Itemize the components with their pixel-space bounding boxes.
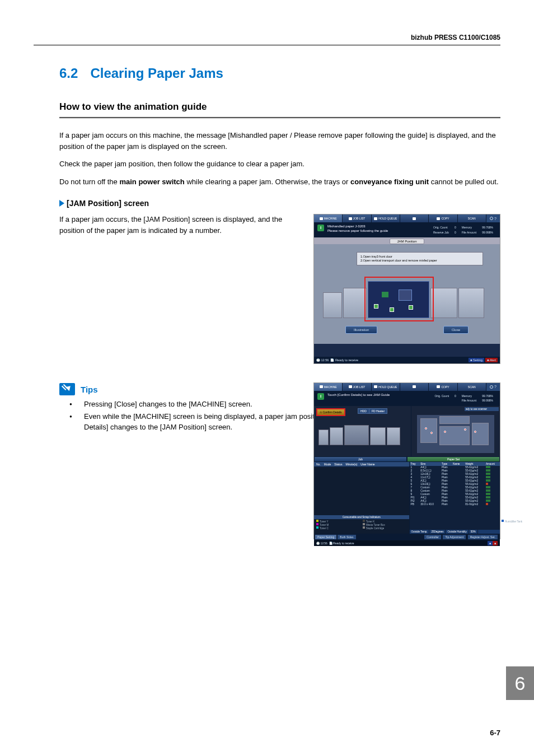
machine-foot-buttons: Paper SettingBoth Sides Controller Tip A… (314, 534, 500, 540)
header-product: bizhub PRESS C1100/C1085 (34, 34, 500, 45)
jam-highlight-box (364, 277, 434, 321)
section-title-text: Clearing Paper Jams (90, 66, 223, 81)
machine-screenshot: MACHINE JOB LIST HOLD QUEUE COPY SCAN ? … (313, 382, 500, 539)
screen-tabs: MACHINE JOB LIST HOLD QUEUE COPY SCAN ? (314, 214, 500, 222)
subsub-label: [JAM Position] screen (67, 199, 149, 208)
section-number: 6.2 (59, 66, 78, 81)
jam-instructions: 1.Open tray3 front door 2.Open vertical … (357, 252, 483, 265)
panel-title: JAM Position (314, 237, 500, 244)
close-button: Close (443, 326, 469, 334)
machine-left-pane: ⚠ Confirm Details HDD FD Heater (314, 406, 411, 456)
para-2: Check the paper jam position, then follo… (59, 158, 500, 170)
tab-joblist: JOB LIST (343, 214, 371, 222)
message-bar: i Mishandled paper J-3203 Please remove … (314, 222, 500, 237)
machine-right-pane: ady to use scanner (411, 406, 500, 456)
jam-position-screenshot: MACHINE JOB LIST HOLD QUEUE COPY SCAN ? … (313, 214, 500, 364)
screen-footer: 🕐 12:56 📄 Ready to receive ■ Setting■ Al… (314, 357, 500, 363)
tab-scan: SCAN (458, 214, 486, 222)
page-number: 6-7 (490, 729, 500, 737)
body-text: If a paper jam occurs on this machine, t… (59, 130, 500, 187)
subsub-text: If a paper jam occurs, the [JAM Position… (59, 214, 303, 364)
header-rule (34, 45, 500, 45)
paper-tray-pane: Tray Size Type Name Weight Amount 1A4❏Pl… (409, 462, 500, 534)
section-title: 6.2Clearing Paper Jams (59, 66, 500, 81)
jam-diagram-area: 1.Open tray3 front door 2.Open vertical … (314, 244, 500, 344)
subsection-rule (59, 117, 500, 119)
para-1: If a paper jam occurs on this machine, t… (59, 130, 500, 152)
tab-blank (400, 214, 429, 222)
machine-message: Touch [Confirm Details] to see JAM Guide (327, 393, 428, 398)
jam-message: Mishandled paper J-3203 Please remove pa… (327, 225, 427, 234)
job-list-pane: No. Mode Status Minute(s) User Name Cons… (314, 462, 409, 534)
chapter-tab: 6 (506, 666, 534, 700)
counter-stats: Orig. Count0Memory99.768% Reserve Job0Fi… (430, 225, 496, 235)
screen2-tabs: MACHINE JOB LIST HOLD QUEUE COPY SCAN ? (314, 383, 500, 391)
tab-hold: HOLD QUEUE (372, 214, 400, 222)
tips-icon (59, 383, 75, 395)
info-icon: i (317, 225, 324, 231)
tab-settings-icon: ? (486, 214, 500, 222)
machine-diagram (323, 273, 494, 324)
illustration-button: Illustration (345, 326, 377, 334)
triangle-icon (59, 200, 64, 207)
subsub-heading: [JAM Position] screen (59, 198, 500, 208)
consumables-list: Toner YToner MToner CToner KWaste Toner … (314, 519, 409, 534)
confirm-details-button: ⚠ Confirm Details (316, 408, 345, 416)
para-3: Do not turn off the main power switch wh… (59, 176, 500, 188)
tab-machine: MACHINE (314, 214, 343, 222)
tab-copy: COPY (429, 214, 457, 222)
subsection-title: How to view the animation guide (59, 101, 500, 113)
